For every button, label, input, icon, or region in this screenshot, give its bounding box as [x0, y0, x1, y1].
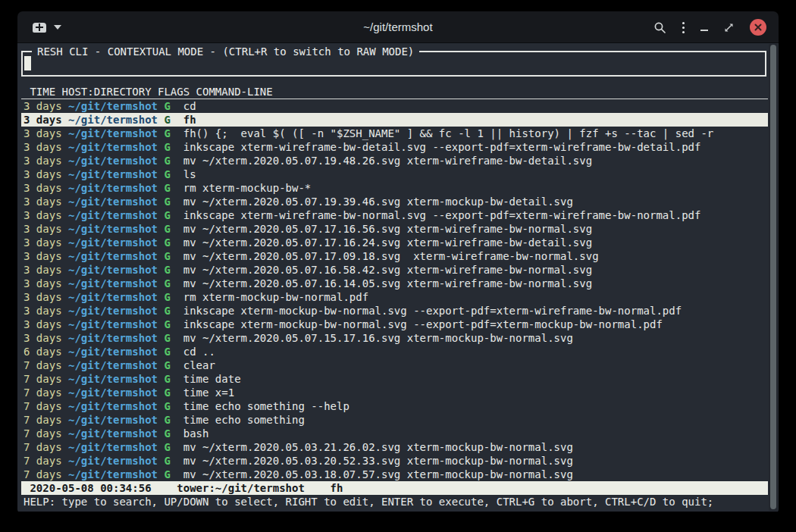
row-command: mv ~/xterm.2020.05.07.17.16.56.svg xterm…	[183, 223, 592, 235]
row-flags: G	[164, 222, 183, 236]
row-host-directory: ~/git/termshot	[68, 113, 164, 127]
status-timestamp: 2020-05-08 00:34:56	[30, 482, 151, 494]
search-input-box[interactable]: RESH CLI - CONTEXTUAL MODE - (CTRL+R to …	[21, 51, 766, 77]
history-row[interactable]: 3 days~/git/termshotGinkscape xterm-mock…	[21, 318, 768, 331]
history-row[interactable]: 7 days~/git/termshotGbash	[21, 427, 768, 440]
row-command: rm xterm-mockup-bw-*	[183, 182, 312, 194]
row-time: 7 days	[24, 372, 68, 386]
row-flags: G	[164, 331, 183, 345]
row-flags: G	[164, 290, 183, 304]
row-command: fh() {; eval $( ([ -n "$ZSH_NAME" ] && f…	[183, 127, 714, 139]
row-host-directory: ~/git/termshot	[68, 263, 164, 277]
row-time: 3 days	[24, 167, 68, 181]
row-flags: G	[164, 181, 183, 195]
row-command: cd ..	[183, 346, 215, 358]
history-row[interactable]: 6 days~/git/termshotGcd ..	[21, 345, 768, 358]
minimize-icon	[700, 30, 708, 31]
row-time: 3 days	[24, 99, 68, 113]
history-row[interactable]: 7 days~/git/termshotGtime date	[21, 372, 768, 386]
history-row[interactable]: 3 days~/git/termshotGmv ~/xterm.2020.05.…	[21, 222, 768, 236]
row-flags: G	[164, 454, 183, 468]
row-time: 3 days	[24, 208, 68, 222]
row-flags: G	[164, 413, 183, 427]
row-host-directory: ~/git/termshot	[68, 290, 164, 304]
search-button[interactable]	[653, 21, 666, 34]
history-row[interactable]: 3 days~/git/termshotGfh() {; eval $( ([ …	[21, 127, 768, 140]
row-flags: G	[164, 127, 183, 140]
row-time: 7 days	[24, 358, 68, 372]
history-row[interactable]: 3 days~/git/termshotGmv ~/xterm.2020.05.…	[21, 331, 768, 345]
history-row[interactable]: 7 days~/git/termshotGmv ~/xterm.2020.05.…	[21, 440, 768, 454]
history-row[interactable]: 7 days~/git/termshotGtime echo something…	[21, 399, 768, 413]
history-row[interactable]: 7 days~/git/termshotGtime echo something	[21, 413, 768, 427]
history-row[interactable]: 3 days~/git/termshotGcd	[21, 99, 768, 113]
row-command: time echo something --help	[183, 400, 349, 412]
restore-icon	[724, 23, 734, 33]
terminal-body[interactable]: RESH CLI - CONTEXTUAL MODE - (CTRL+R to …	[17, 43, 779, 512]
row-time: 3 days	[24, 304, 68, 318]
row-time: 7 days	[24, 427, 68, 440]
row-host-directory: ~/git/termshot	[68, 345, 164, 358]
minimize-button[interactable]	[700, 23, 708, 31]
row-host-directory: ~/git/termshot	[68, 386, 164, 399]
history-row[interactable]: 3 days~/git/termshotGmv ~/xterm.2020.05.…	[21, 195, 768, 208]
history-row[interactable]: 3 days~/git/termshotGmv ~/xterm.2020.05.…	[21, 154, 768, 167]
row-command: mv ~/xterm.2020.05.07.16.58.42.svg xterm…	[183, 264, 592, 276]
restore-button[interactable]	[724, 23, 734, 33]
menu-button[interactable]	[682, 22, 685, 33]
scrollbar-thumb[interactable]	[770, 45, 776, 509]
row-time: 3 days	[24, 127, 68, 140]
row-host-directory: ~/git/termshot	[68, 249, 164, 263]
row-host-directory: ~/git/termshot	[68, 440, 164, 454]
row-host-directory: ~/git/termshot	[68, 427, 164, 440]
row-command: time date	[183, 373, 241, 385]
row-host-directory: ~/git/termshot	[68, 372, 164, 386]
row-host-directory: ~/git/termshot	[68, 127, 164, 140]
row-host-directory: ~/git/termshot	[68, 181, 164, 195]
row-time: 3 days	[24, 113, 68, 127]
row-time: 3 days	[24, 290, 68, 304]
history-row[interactable]: 3 days~/git/termshotGls	[21, 167, 768, 181]
history-row[interactable]: 3 days~/git/termshotGmv ~/xterm.2020.05.…	[21, 249, 768, 263]
row-command: inkscape xterm-wireframe-bw-detail.svg -…	[183, 141, 701, 153]
row-command: mv ~/xterm.2020.05.07.19.48.26.svg xterm…	[183, 155, 592, 167]
row-host-directory: ~/git/termshot	[68, 468, 164, 481]
search-icon	[653, 21, 666, 34]
history-row[interactable]: 3 days~/git/termshotGinkscape xterm-wire…	[21, 208, 768, 222]
titlebar[interactable]: ~/git/termshot	[17, 11, 779, 43]
row-flags: G	[164, 263, 183, 277]
row-host-directory: ~/git/termshot	[68, 208, 164, 222]
row-host-directory: ~/git/termshot	[68, 331, 164, 345]
history-row[interactable]: 3 days~/git/termshotGinkscape xterm-wire…	[21, 140, 768, 154]
history-row[interactable]: 7 days~/git/termshotGclear	[21, 358, 768, 372]
text-cursor	[24, 56, 31, 70]
history-row[interactable]: 7 days~/git/termshotGmv ~/xterm.2020.05.…	[21, 468, 768, 481]
row-host-directory: ~/git/termshot	[68, 195, 164, 208]
history-row[interactable]: 3 days~/git/termshotGmv ~/xterm.2020.05.…	[21, 263, 768, 277]
history-row[interactable]: 7 days~/git/termshotGmv ~/xterm.2020.05.…	[21, 454, 768, 468]
row-command: inkscape xterm-wireframe-bw-normal.svg -…	[183, 209, 701, 221]
history-row[interactable]: 3 days~/git/termshotGmv ~/xterm.2020.05.…	[21, 277, 768, 290]
resh-cli-screen: RESH CLI - CONTEXTUAL MODE - (CTRL+R to …	[21, 43, 768, 512]
row-command: mv ~/xterm.2020.05.03.21.26.02.svg xterm…	[183, 441, 573, 453]
row-command: time echo something	[183, 414, 305, 426]
row-time: 7 days	[24, 440, 68, 454]
row-flags: G	[164, 195, 183, 208]
history-row[interactable]: 3 days~/git/termshotGrm xterm-mockup-bw-…	[21, 290, 768, 304]
close-button[interactable]	[750, 19, 766, 36]
history-row[interactable]: 3 days~/git/termshotGfh	[21, 113, 768, 127]
status-bar: 2020-05-08 00:34:56tower:~/git/termshotf…	[21, 481, 768, 495]
history-row[interactable]: 3 days~/git/termshotGrm xterm-mockup-bw-…	[21, 181, 768, 195]
row-host-directory: ~/git/termshot	[68, 304, 164, 318]
row-flags: G	[164, 468, 183, 481]
history-list: 3 days~/git/termshotGcd3 days~/git/terms…	[21, 99, 768, 481]
row-flags: G	[164, 277, 183, 290]
history-row[interactable]: 7 days~/git/termshotGtime x=1	[21, 386, 768, 399]
history-row[interactable]: 3 days~/git/termshotGmv ~/xterm.2020.05.…	[21, 236, 768, 249]
row-time: 3 days	[24, 236, 68, 249]
scrollbar-track[interactable]	[769, 44, 778, 511]
status-command: fh	[331, 482, 343, 494]
history-row[interactable]: 3 days~/git/termshotGinkscape xterm-mock…	[21, 304, 768, 318]
row-time: 3 days	[24, 263, 68, 277]
row-command: mv ~/xterm.2020.05.07.17.09.18.svg xterm…	[183, 250, 599, 262]
